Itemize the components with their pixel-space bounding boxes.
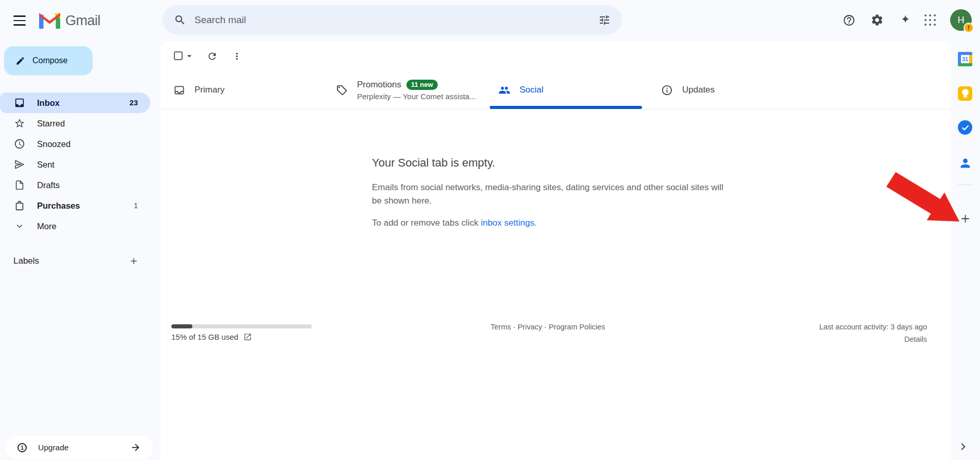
gmail-wordmark: Gmail (65, 13, 100, 29)
upgrade-button[interactable]: 1 Upgrade (5, 436, 153, 459)
main-menu-button[interactable] (7, 8, 32, 33)
hamburger-icon (13, 15, 26, 17)
sidebar-item-label: Inbox (37, 98, 60, 108)
contacts-person-icon (958, 156, 972, 170)
chevron-down-icon (13, 222, 26, 231)
tab-updates[interactable]: Updates (648, 71, 811, 109)
gmail-logo[interactable]: Gmail (39, 11, 100, 30)
tab-label: Updates (682, 85, 715, 95)
chevron-right-icon (957, 441, 969, 452)
sparkle-icon (899, 14, 912, 26)
empty-state: Your Social tab is empty. Emails from so… (372, 156, 732, 228)
sidebar-item-label: More (37, 222, 57, 231)
sidebar-item-label: Starred (37, 119, 65, 128)
privacy-link[interactable]: Privacy (518, 323, 542, 331)
star-icon (13, 118, 26, 129)
select-dropdown-caret[interactable] (184, 51, 194, 61)
hide-side-panel-button[interactable] (952, 435, 974, 458)
storage-info: 15% of 15 GB used (171, 330, 252, 343)
shopping-bag-icon (13, 200, 26, 211)
activity-details-link[interactable]: Details (904, 335, 927, 343)
avatar-letter: H (958, 15, 965, 26)
sidebar-nav: Inbox 23 Starred Snoozed Sent Drafts (0, 93, 150, 236)
sidebar-item-label: Snoozed (37, 139, 70, 149)
create-label-button[interactable] (124, 252, 143, 270)
program-policies-link[interactable]: Program Policies (549, 323, 605, 331)
inbox-icon (13, 97, 26, 108)
get-add-ons-button[interactable] (954, 207, 976, 230)
search-options-button[interactable] (593, 9, 616, 31)
inbox-count: 23 (130, 99, 138, 107)
inbox-settings-link[interactable]: inbox settings (481, 218, 534, 228)
tab-label: Promotions (357, 80, 401, 90)
caret-down-icon (184, 51, 194, 61)
mail-content-card: Primary Promotions 11 new Perplexity — Y… (161, 41, 951, 460)
storage-manage-link[interactable] (243, 333, 252, 341)
gmail-m-icon (39, 13, 60, 29)
inbox-tab-icon (173, 84, 185, 96)
more-options-button[interactable] (227, 47, 246, 65)
pencil-icon (15, 56, 25, 66)
account-avatar[interactable]: H ! (950, 9, 972, 31)
tune-icon (598, 14, 611, 26)
open-in-new-icon (243, 333, 252, 341)
search-bar[interactable] (163, 5, 622, 34)
support-button[interactable] (838, 9, 860, 31)
gear-icon (870, 13, 884, 27)
refresh-icon (207, 51, 218, 62)
sidebar-item-inbox[interactable]: Inbox 23 (0, 93, 150, 113)
compose-button[interactable]: Compose (4, 46, 93, 75)
new-mail-badge: 11 new (406, 80, 438, 90)
help-icon (843, 14, 856, 27)
tab-social[interactable]: Social (486, 71, 648, 109)
storage-text: 15% of 15 GB used (171, 333, 238, 341)
search-button[interactable] (169, 9, 191, 31)
keep-panel-button[interactable] (954, 82, 976, 105)
send-icon (13, 159, 26, 170)
tab-label: Primary (194, 85, 225, 95)
sidebar-item-snoozed[interactable]: Snoozed (0, 134, 150, 154)
upgrade-step-icon: 1 (17, 443, 27, 452)
last-account-activity: Last account activity: 3 days ago (819, 323, 927, 331)
tab-label: Social (520, 85, 543, 95)
more-vert-icon (231, 51, 242, 62)
inbox-tabs: Primary Promotions 11 new Perplexity — Y… (161, 71, 951, 109)
keep-icon (958, 86, 972, 101)
empty-state-description: Emails from social networks, media-shari… (372, 181, 732, 208)
terms-link[interactable]: Terms (491, 323, 511, 331)
refresh-button[interactable] (203, 47, 221, 65)
tab-primary[interactable]: Primary (161, 71, 323, 109)
google-apps-button[interactable] (919, 9, 941, 31)
gemini-button[interactable] (894, 9, 917, 31)
account-alert-badge: ! (964, 23, 974, 33)
purchases-count: 1 (134, 201, 138, 210)
labels-header: Labels (0, 252, 150, 270)
arrow-right-icon (130, 442, 141, 453)
upgrade-label: Upgrade (38, 443, 119, 452)
contacts-panel-button[interactable] (954, 152, 976, 174)
calendar-panel-button[interactable]: 31 (954, 48, 976, 70)
tab-preview-text: Perplexity — Your Comet assista... (357, 92, 476, 101)
tab-promotions[interactable]: Promotions 11 new Perplexity — Your Come… (323, 71, 486, 109)
calendar-icon: 31 (958, 52, 972, 66)
search-icon (174, 14, 186, 26)
people-icon (498, 84, 510, 96)
settings-button[interactable] (866, 9, 888, 31)
compose-label: Compose (32, 56, 67, 65)
search-input[interactable] (191, 14, 593, 26)
file-icon (13, 179, 26, 191)
sidebar-item-purchases[interactable]: Purchases 1 (0, 195, 150, 216)
clock-icon (13, 138, 26, 150)
sidebar-item-label: Purchases (37, 201, 80, 211)
sidebar-item-label: Drafts (37, 180, 60, 190)
panel-divider (958, 185, 972, 185)
sidebar-item-drafts[interactable]: Drafts (0, 175, 150, 195)
active-tab-indicator (490, 106, 642, 109)
sidebar-item-sent[interactable]: Sent (0, 154, 150, 175)
sidebar-item-starred[interactable]: Starred (0, 113, 150, 134)
labels-title: Labels (13, 256, 39, 266)
select-all-checkbox[interactable] (174, 51, 183, 60)
sidebar-item-more[interactable]: More (0, 216, 150, 236)
tasks-panel-button[interactable] (954, 116, 976, 139)
plus-icon (959, 212, 972, 225)
